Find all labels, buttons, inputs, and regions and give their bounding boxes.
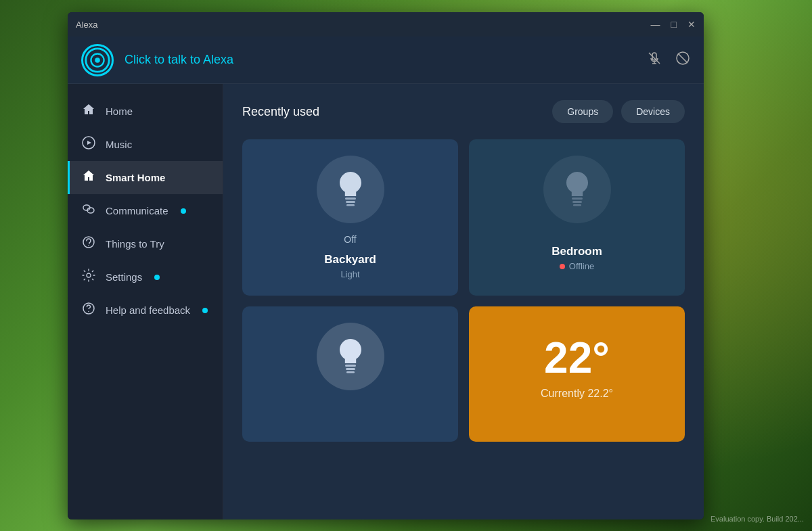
svg-marker-9 xyxy=(87,141,91,145)
weather-currently: Currently 22.2° xyxy=(541,388,613,400)
sidebar-item-things-to-try[interactable]: Things to Try xyxy=(68,227,223,260)
sidebar-communicate-label: Communicate xyxy=(106,205,168,216)
sidebar-item-help[interactable]: Help and feedback xyxy=(68,294,223,327)
talk-to-alexa-label[interactable]: Click to talk to Alexa xyxy=(125,53,636,67)
sidebar-music-label: Music xyxy=(106,139,132,150)
svg-point-14 xyxy=(87,273,91,277)
sidebar-things-label: Things to Try xyxy=(106,238,164,250)
device-grid: Off Backyard Light Bedroom xyxy=(242,139,685,442)
things-to-try-icon xyxy=(81,235,96,252)
help-notification-dot xyxy=(202,308,208,313)
svg-rect-19 xyxy=(346,204,355,206)
minimize-button[interactable]: — xyxy=(651,20,660,29)
svg-rect-23 xyxy=(345,365,356,367)
maximize-button[interactable]: □ xyxy=(671,20,677,29)
microphone-off-icon[interactable] xyxy=(647,51,662,69)
offline-indicator xyxy=(560,264,565,269)
svg-rect-17 xyxy=(345,198,356,200)
device-card-bedroom[interactable]: Bedroom Offline xyxy=(469,139,685,296)
sidebar-home-label: Home xyxy=(106,106,133,117)
communicate-icon xyxy=(81,202,96,219)
svg-rect-18 xyxy=(346,201,355,203)
backyard-status: Off xyxy=(344,234,356,245)
light3-bulb-container xyxy=(317,323,384,390)
communicate-notification-dot xyxy=(181,208,186,214)
light3-bulb-icon xyxy=(333,336,368,377)
alexa-logo[interactable] xyxy=(81,44,114,76)
backyard-name: Backyard xyxy=(324,253,376,267)
section-title: Recently used xyxy=(242,105,319,119)
app-body: Home Music Smart Home xyxy=(68,84,704,520)
svg-point-13 xyxy=(88,245,89,246)
settings-notification-dot xyxy=(154,275,160,280)
smart-home-icon xyxy=(81,169,96,186)
device-card-backyard[interactable]: Off Backyard Light xyxy=(242,139,458,296)
device-card-weather[interactable]: 22° Currently 22.2° xyxy=(469,306,685,442)
do-not-disturb-icon[interactable] xyxy=(675,51,690,69)
svg-rect-22 xyxy=(573,204,581,206)
bedroom-bulb-icon xyxy=(560,169,595,210)
help-icon xyxy=(81,302,96,319)
device-card-light3[interactable] xyxy=(242,306,458,442)
sidebar-item-music[interactable]: Music xyxy=(68,128,223,161)
svg-rect-21 xyxy=(572,201,582,203)
titlebar: Alexa — □ ✕ xyxy=(68,12,704,37)
backyard-bulb-icon xyxy=(333,169,368,210)
bing-watermark: Evaluation copy. Build 202... xyxy=(710,515,804,523)
backyard-bulb-container xyxy=(317,156,384,223)
window-title: Alexa xyxy=(76,20,98,30)
sidebar-smart-home-label: Smart Home xyxy=(106,172,165,183)
sidebar: Home Music Smart Home xyxy=(68,84,223,520)
bedroom-bulb-container xyxy=(543,156,611,223)
home-icon xyxy=(81,103,96,120)
window-controls: — □ ✕ xyxy=(651,20,696,29)
main-header: Recently used Groups Devices xyxy=(242,100,685,123)
app-header: Click to talk to Alexa xyxy=(68,37,704,84)
groups-button[interactable]: Groups xyxy=(552,100,613,123)
devices-button[interactable]: Devices xyxy=(621,100,685,123)
sidebar-item-smart-home[interactable]: Smart Home xyxy=(68,161,223,194)
sidebar-item-settings[interactable]: Settings xyxy=(68,260,223,294)
settings-icon xyxy=(81,269,96,285)
sidebar-settings-label: Settings xyxy=(106,271,142,283)
svg-rect-20 xyxy=(572,198,583,200)
close-button[interactable]: ✕ xyxy=(687,20,696,29)
button-group: Groups Devices xyxy=(552,100,685,123)
svg-rect-25 xyxy=(346,371,355,373)
bedroom-offline-label: Offline xyxy=(560,261,594,271)
main-content: Recently used Groups Devices xyxy=(223,84,704,520)
header-icons xyxy=(647,51,690,69)
sidebar-help-label: Help and feedback xyxy=(106,304,190,316)
alexa-window: Alexa — □ ✕ Click to talk to Alexa xyxy=(68,12,704,520)
backyard-type: Light xyxy=(340,269,359,279)
svg-point-16 xyxy=(88,311,89,313)
weather-temperature: 22° xyxy=(544,336,610,379)
svg-point-2 xyxy=(95,57,100,63)
sidebar-item-home[interactable]: Home xyxy=(68,95,223,128)
bedroom-name: Bedroom xyxy=(551,245,602,258)
bedroom-offline-text: Offline xyxy=(569,261,594,271)
svg-line-7 xyxy=(678,53,687,63)
svg-rect-24 xyxy=(346,368,355,370)
alexa-ring-icon xyxy=(83,45,112,75)
sidebar-item-communicate[interactable]: Communicate xyxy=(68,194,223,227)
music-icon xyxy=(81,136,96,153)
